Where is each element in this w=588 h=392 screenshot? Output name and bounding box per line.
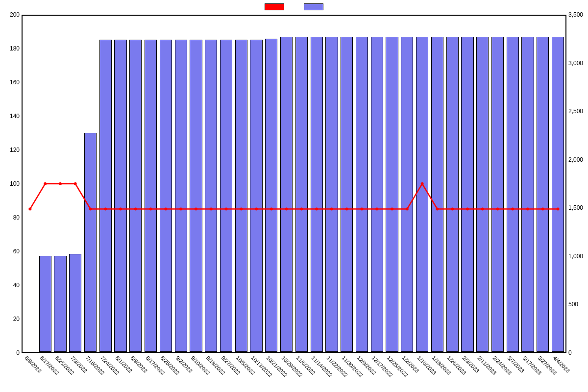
line-point	[526, 207, 529, 210]
y-right-tick: 0	[568, 349, 588, 356]
line-point	[315, 207, 318, 210]
line-point	[164, 207, 167, 210]
line-point	[59, 182, 62, 185]
line-layer	[23, 16, 565, 352]
line-point	[104, 207, 107, 210]
y-right-tick: 2,000	[568, 156, 588, 163]
line-point	[255, 207, 258, 210]
y-right-tick: 1,500	[568, 204, 588, 211]
legend-swatch-bar	[304, 3, 323, 10]
line-point	[149, 207, 152, 210]
y-right-tick: 2,500	[568, 108, 588, 115]
line-point	[74, 182, 77, 185]
line-point	[421, 182, 424, 185]
line-point	[345, 207, 348, 210]
line-point	[406, 207, 409, 210]
line-point	[375, 207, 378, 210]
y-right-tick: 1,000	[568, 253, 588, 260]
line-point	[89, 207, 92, 210]
line-point	[44, 182, 47, 185]
y-left-tick: 100	[0, 180, 20, 187]
line-point	[210, 207, 213, 210]
dual-axis-chart: 020406080100120140160180200 05001,0001,5…	[0, 0, 588, 392]
line-series	[30, 184, 558, 209]
line-point	[481, 207, 484, 210]
y-right-tick: 3,500	[568, 11, 588, 18]
plot-area	[22, 15, 566, 353]
line-point	[557, 207, 560, 210]
y-left-tick: 180	[0, 45, 20, 52]
y-left-tick: 200	[0, 11, 20, 18]
line-point	[285, 207, 288, 210]
y-left-tick: 80	[0, 214, 20, 221]
legend	[0, 3, 588, 10]
y-left-tick: 140	[0, 113, 20, 120]
y-right-tick: 3,000	[568, 60, 588, 67]
legend-swatch-line	[265, 3, 284, 10]
y-left-tick: 120	[0, 147, 20, 153]
line-point	[361, 207, 364, 210]
line-point	[179, 207, 182, 210]
y-left-tick: 0	[0, 349, 20, 356]
line-point	[119, 207, 122, 210]
y-left-tick: 60	[0, 248, 20, 255]
line-point	[496, 207, 499, 210]
y-left-tick: 160	[0, 79, 20, 86]
y-left-tick: 20	[0, 316, 20, 322]
line-point	[240, 207, 243, 210]
line-point	[225, 207, 228, 210]
line-point	[300, 207, 303, 210]
line-point	[466, 207, 469, 210]
line-point	[270, 207, 273, 210]
line-point	[330, 207, 333, 210]
y-right-tick: 500	[568, 301, 588, 308]
line-point	[134, 207, 137, 210]
line-point	[436, 207, 439, 210]
line-point	[28, 207, 31, 210]
line-point	[195, 207, 197, 210]
y-left-tick: 40	[0, 282, 20, 289]
line-point	[541, 207, 544, 210]
line-point	[391, 207, 393, 210]
line-point	[511, 207, 514, 210]
line-point	[451, 207, 454, 210]
